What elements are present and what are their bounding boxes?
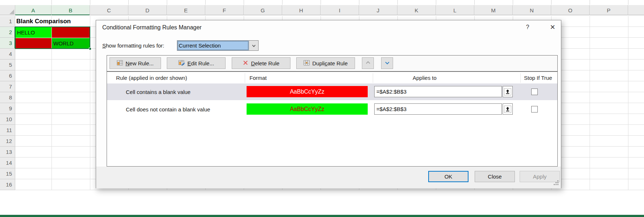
sheet-tab-bar-edge (0, 215, 644, 217)
column-header[interactable]: P (590, 5, 628, 15)
row-header[interactable]: 5 (0, 60, 15, 70)
fill-handle[interactable] (89, 48, 91, 50)
column-header[interactable]: F (205, 5, 244, 15)
row-header[interactable]: 9 (0, 103, 15, 114)
column-separator (520, 73, 521, 83)
edit-rule-button[interactable]: Edit Rule... (167, 57, 226, 69)
duplicate-rule-label: Duplicate Rule (312, 60, 348, 66)
collapse-dialog-button[interactable] (503, 86, 513, 97)
row-header[interactable]: 10 (0, 114, 15, 125)
stop-if-true-checkbox[interactable] (531, 89, 538, 95)
delete-rule-label: Delete Rule (251, 60, 279, 66)
row-header[interactable]: 12 (0, 136, 15, 147)
format-preview: AaBbCcYyZz (247, 86, 368, 97)
delete-rule-button[interactable]: Delete Rule (232, 57, 290, 69)
rule-row-not-blank[interactable]: Cell does not contain a blank value AaBb… (107, 101, 557, 118)
column-headers: ABCDEFGHIJKLMNOP (15, 5, 644, 15)
move-rule-up-button[interactable] (362, 57, 374, 69)
conditional-formatting-rules-manager-dialog: Conditional Formatting Rules Manager ? ✕… (96, 20, 561, 188)
column-header[interactable]: D (128, 5, 167, 15)
applies-to-column-header: Applies to (413, 72, 437, 83)
show-formatting-rules-label: Show formatting rules for: (102, 42, 164, 49)
select-all-corner[interactable] (0, 5, 15, 15)
formula-bar-edge (51, 0, 629, 5)
label-post: how formatting rules for: (106, 42, 164, 49)
new-rule-button[interactable]: New Rule... (110, 57, 161, 69)
label-accel: S (102, 42, 106, 49)
dropdown-value: Current Selection (177, 41, 249, 50)
new-rule-icon (117, 60, 123, 67)
stop-if-true-column-header: Stop If True (524, 72, 552, 83)
applies-to-input[interactable] (374, 103, 502, 115)
format-preview: AaBbCcYyZz (247, 103, 368, 115)
edit-rule-icon (178, 60, 185, 67)
rule-name: Cell does not contain a blank value (126, 101, 210, 118)
resize-grip[interactable] (557, 180, 558, 181)
apply-button[interactable]: Apply (520, 171, 560, 182)
rule-column-header: Rule (applied in order shown) (116, 72, 187, 83)
row-header[interactable]: 6 (0, 70, 15, 81)
column-header[interactable]: M (474, 5, 513, 15)
ok-button[interactable]: OK (428, 171, 468, 182)
dropdown-chevron-icon[interactable] (249, 41, 258, 50)
new-rule-label: New Rule... (125, 60, 154, 66)
applies-to-input[interactable] (374, 86, 502, 97)
help-icon[interactable]: ? (523, 24, 532, 33)
row-header[interactable]: 13 (0, 147, 15, 157)
row-header[interactable]: 16 (0, 179, 15, 190)
move-rule-down-button[interactable] (381, 57, 393, 69)
edit-rule-label: Edit Rule... (187, 60, 214, 66)
collapse-dialog-button[interactable] (503, 103, 513, 115)
select-all-triangle-icon (9, 9, 14, 14)
dialog-footer: OK Close Apply (96, 167, 561, 188)
row-header[interactable]: 3 (0, 38, 15, 49)
row-header[interactable]: 14 (0, 157, 15, 168)
column-header[interactable]: L (436, 5, 474, 15)
row-header[interactable]: 8 (0, 92, 15, 103)
rules-list: Rule (applied in order shown) Format App… (107, 71, 558, 167)
row-header[interactable]: 15 (0, 168, 15, 179)
column-header[interactable]: A (15, 5, 51, 15)
move-down-icon (384, 60, 390, 66)
row-header[interactable]: 7 (0, 81, 15, 92)
column-header[interactable]: E (167, 5, 205, 15)
column-header[interactable]: K (397, 5, 436, 15)
duplicate-rule-button[interactable]: Duplicate Rule (296, 57, 355, 69)
column-header[interactable]: J (359, 5, 397, 15)
column-separator (373, 73, 373, 83)
close-button[interactable]: Close (475, 171, 515, 182)
row-header[interactable]: 11 (0, 125, 15, 136)
stop-if-true-checkbox[interactable] (531, 106, 538, 112)
rules-toolbar: New Rule... Edit Rule... Delete Rule Dup… (107, 55, 558, 71)
column-header[interactable]: G (244, 5, 282, 15)
column-separator (245, 73, 245, 83)
cell-a1[interactable]: Blank Comparison (16, 16, 100, 27)
column-header[interactable]: O (551, 5, 590, 15)
column-header[interactable]: I (321, 5, 359, 15)
selection-border (15, 26, 90, 49)
format-column-header: Format (249, 72, 267, 83)
collapse-dialog-icon (504, 106, 511, 113)
dialog-title: Conditional Formatting Rules Manager (102, 24, 202, 31)
rule-name: Cell contains a blank value (126, 83, 190, 100)
row-header[interactable]: 2 (0, 27, 15, 38)
rule-row-blank[interactable]: Cell contains a blank value AaBbCcYyZz (107, 83, 557, 100)
row-header[interactable]: 4 (0, 49, 15, 60)
column-header[interactable]: H (282, 5, 321, 15)
collapse-dialog-icon (504, 88, 511, 95)
column-header[interactable]: N (513, 5, 551, 15)
duplicate-rule-icon (304, 60, 310, 67)
close-icon[interactable]: ✕ (547, 23, 558, 33)
column-header[interactable]: C (90, 5, 128, 15)
delete-x-icon (243, 60, 248, 67)
column-header[interactable]: B (51, 5, 90, 15)
row-header[interactable]: 1 (0, 16, 15, 27)
row-headers: 12345678910111213141516 (0, 16, 15, 190)
move-up-icon (365, 60, 371, 66)
show-rules-dropdown[interactable]: Current Selection (177, 40, 259, 51)
